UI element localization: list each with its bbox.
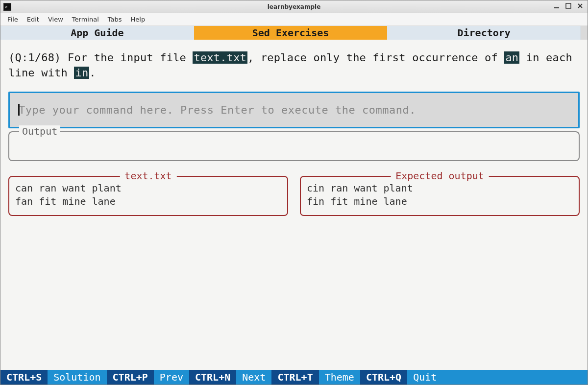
footer-label-quit[interactable]: Quit [407,370,588,385]
command-placeholder: Type your command here. Press Enter to e… [19,104,416,116]
expected-output-label: Expected output [391,170,489,182]
footer-key-prev[interactable]: CTRL+P [107,370,154,385]
menu-view[interactable]: View [44,14,67,24]
window-controls [553,3,588,10]
svg-rect-4 [566,3,571,8]
tab-app-guide[interactable]: App Guide [0,26,194,40]
tab-bar: App Guide Sed Exercises Directory [0,26,588,40]
question-token-in: in [74,67,89,79]
question-file-token: text.txt [193,51,247,64]
menu-file[interactable]: File [3,14,22,24]
footer-label-theme[interactable]: Theme [319,370,360,385]
menubar: File Edit View Terminal Tabs Help [0,13,588,26]
terminal-app-icon: >_ [3,3,11,11]
command-input[interactable]: Type your command here. Press Enter to e… [8,92,580,128]
footer-label-prev[interactable]: Prev [154,370,189,385]
footer-key-solution[interactable]: CTRL+S [0,370,48,385]
maximize-button[interactable] [565,3,572,10]
input-file-label: text.txt [120,170,176,182]
footer-key-theme[interactable]: CTRL+T [271,370,318,385]
expected-output-content: cin ran want plant fin fit mine lane [307,182,573,208]
tab-directory[interactable]: Directory [387,26,581,40]
app-window: >_ learnbyexample File Edit View Termina… [0,0,588,385]
input-file-box: text.txt can ran want plant fan fit mine… [8,176,288,216]
minimize-button[interactable] [553,3,560,10]
scrollbar-gutter[interactable] [581,26,588,40]
close-button[interactable] [577,3,584,10]
menu-edit[interactable]: Edit [23,14,43,24]
io-row: text.txt can ran want plant fan fit mine… [8,176,580,216]
expected-output-box: Expected output cin ran want plant fin f… [300,176,580,216]
input-file-content: can ran want plant fan fit mine lane [15,182,281,208]
menu-terminal[interactable]: Terminal [68,14,103,24]
footer-key-quit[interactable]: CTRL+Q [360,370,407,385]
menu-tabs[interactable]: Tabs [104,14,126,24]
question-suffix: . [89,67,96,79]
text-cursor [18,104,20,116]
app-content: App Guide Sed Exercises Directory (Q:1/6… [0,26,588,385]
output-frame: Output [8,131,580,161]
question-mid1: , replace only the first occurrence of [247,51,504,64]
footer-label-solution[interactable]: Solution [48,370,106,385]
question-prefix: (Q:1/68) For the input file [8,51,193,64]
question-token-an: an [504,51,519,64]
keybinding-footer: CTRL+S Solution CTRL+P Prev CTRL+N Next … [0,370,588,385]
titlebar: >_ learnbyexample [0,0,588,13]
main-panel: (Q:1/68) For the input file text.txt, re… [0,40,588,370]
question-text: (Q:1/68) For the input file text.txt, re… [8,50,580,81]
output-label: Output [19,125,60,137]
svg-rect-3 [554,7,559,8]
footer-key-next[interactable]: CTRL+N [189,370,236,385]
window-title: learnbyexample [0,3,588,10]
menu-help[interactable]: Help [127,14,149,24]
svg-text:>_: >_ [5,4,10,9]
footer-label-next[interactable]: Next [236,370,271,385]
tab-sed-exercises[interactable]: Sed Exercises [194,26,388,40]
